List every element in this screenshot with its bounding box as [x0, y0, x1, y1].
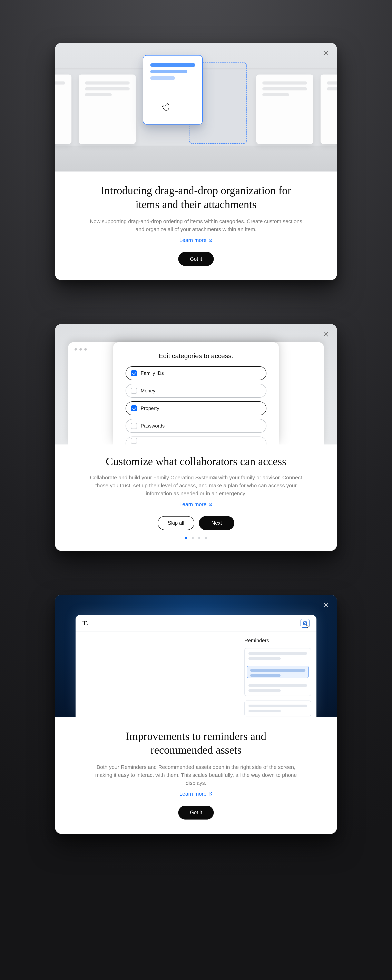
close-icon — [322, 49, 329, 57]
learn-more-label: Learn more — [180, 501, 207, 508]
illustration-reminders: T. Reminders — [55, 595, 337, 717]
page-dot[interactable] — [205, 537, 207, 539]
page-dot[interactable] — [198, 537, 200, 539]
modal-title: Introducing drag‑and‑drop organization f… — [96, 184, 296, 211]
card-ghost — [79, 75, 136, 144]
close-icon — [322, 601, 329, 608]
learn-more-link[interactable]: Learn more — [180, 501, 213, 508]
modal-description: Now supporting drag‑and‑drop ordering of… — [89, 218, 303, 233]
traffic-lights-icon — [75, 348, 87, 350]
got-it-button[interactable]: Got it — [178, 252, 214, 266]
checkbox-icon — [131, 423, 137, 429]
brand-mark: T. — [83, 619, 88, 627]
modal-title: Improvements to reminders and recommende… — [96, 730, 296, 757]
category-option[interactable]: Property — [126, 401, 266, 415]
skip-all-button[interactable]: Skip all — [158, 516, 194, 530]
checkbox-icon — [131, 388, 137, 394]
category-option-partial — [126, 436, 266, 444]
category-option[interactable]: Passwords — [126, 419, 266, 433]
card-dragged — [143, 55, 203, 124]
panel-title: Edit categories to access. — [126, 352, 266, 360]
close-button[interactable] — [321, 600, 330, 609]
modal-description: Both your Reminders and Recommended asse… — [89, 763, 303, 787]
external-link-icon — [209, 238, 212, 242]
modal-reminders: T. Reminders — [55, 595, 337, 834]
category-label: Family IDs — [141, 371, 164, 376]
close-button[interactable] — [321, 330, 330, 339]
card-ghost — [320, 75, 337, 144]
card-ghost — [55, 75, 72, 144]
modal-collaborators: Edit categories to access. Family IDs Mo… — [55, 324, 337, 551]
next-button[interactable]: Next — [199, 516, 234, 530]
panel-title: Reminders — [244, 638, 311, 644]
page-dot[interactable] — [185, 537, 187, 539]
external-link-icon — [209, 792, 212, 796]
access-category-panel: Edit categories to access. Family IDs Mo… — [113, 342, 279, 444]
reminder-item-active[interactable] — [247, 666, 309, 678]
illustration-collaborators: Edit categories to access. Family IDs Mo… — [55, 324, 337, 444]
learn-more-link[interactable]: Learn more — [180, 237, 213, 243]
category-option[interactable]: Money — [126, 384, 266, 398]
app-sidebar — [75, 632, 116, 717]
reminders-panel: Reminders — [239, 632, 317, 717]
app-window-mock: T. Reminders — [75, 615, 317, 717]
learn-more-link[interactable]: Learn more — [180, 791, 213, 797]
cursor-icon — [306, 625, 310, 629]
category-label: Money — [141, 388, 155, 394]
learn-more-label: Learn more — [180, 791, 207, 797]
category-label: Passwords — [141, 423, 164, 429]
close-icon — [322, 331, 329, 338]
app-main — [116, 632, 239, 717]
close-button[interactable] — [321, 49, 330, 57]
page-indicator — [80, 537, 312, 539]
category-label: Property — [141, 406, 159, 411]
modal-title: Customize what collaborators can access — [80, 455, 312, 469]
got-it-button[interactable]: Got it — [178, 806, 214, 819]
card-ghost — [256, 75, 313, 144]
reminder-group — [244, 648, 311, 696]
checkbox-icon — [131, 405, 137, 411]
category-option[interactable]: Family IDs — [126, 366, 266, 380]
reminder-group — [244, 700, 311, 716]
page-dot[interactable] — [192, 537, 194, 539]
checkbox-icon — [131, 370, 137, 376]
modal-description: Collaborate and build your Family Operat… — [89, 474, 303, 498]
external-link-icon — [209, 502, 212, 506]
checklist-button[interactable] — [301, 619, 309, 628]
checkbox-icon — [131, 438, 137, 444]
learn-more-label: Learn more — [180, 237, 207, 243]
grab-cursor-icon — [161, 100, 174, 112]
modal-drag-drop: Introducing drag‑and‑drop organization f… — [55, 43, 337, 280]
illustration-drag-drop — [55, 43, 337, 172]
